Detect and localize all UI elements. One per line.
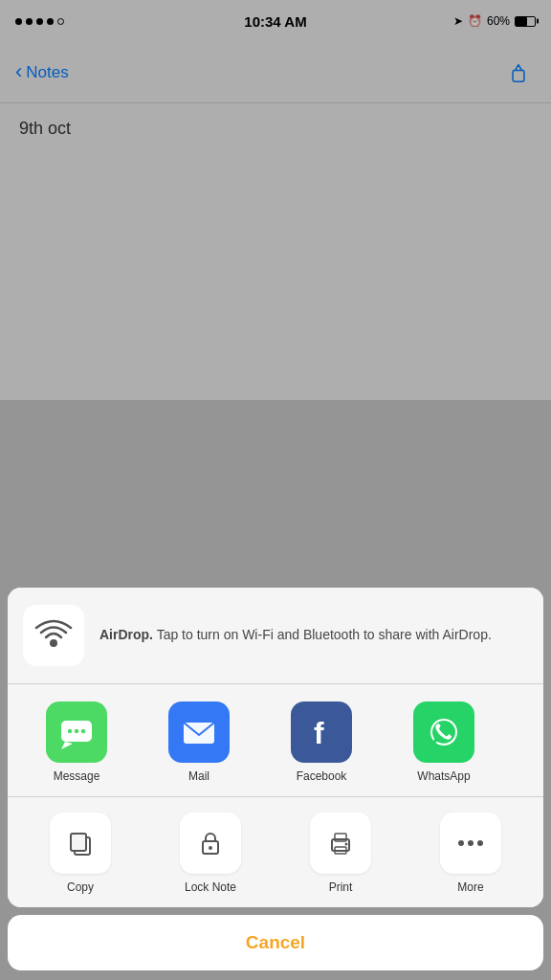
app-item-mail[interactable]: Mail: [138, 702, 260, 783]
action-item-lock-note[interactable]: Lock Note: [145, 813, 276, 894]
message-app-label: Message: [54, 769, 100, 783]
lock-note-label: Lock Note: [185, 880, 236, 894]
action-item-more[interactable]: More: [406, 813, 536, 894]
lock-note-icon-wrapper: [180, 813, 241, 874]
app-item-facebook[interactable]: f Facebook: [260, 702, 383, 783]
whatsapp-app-label: WhatsApp: [417, 769, 470, 783]
airdrop-description: AirDrop. Tap to turn on Wi-Fi and Blueto…: [99, 626, 492, 645]
airdrop-icon: [33, 614, 75, 657]
message-app-icon: [46, 702, 107, 763]
facebook-app-icon: f: [291, 702, 352, 763]
app-item-message[interactable]: Message: [15, 702, 138, 783]
action-item-copy[interactable]: Copy: [15, 813, 145, 894]
svg-point-4: [68, 729, 72, 733]
action-row: Copy Lock Note: [8, 797, 543, 907]
svg-point-13: [209, 846, 212, 850]
svg-point-1: [50, 639, 57, 647]
copy-label: Copy: [67, 880, 94, 894]
mail-app-label: Mail: [188, 769, 209, 783]
copy-icon: [65, 828, 96, 858]
more-dots-icon: [458, 840, 483, 846]
print-icon: [325, 828, 356, 858]
print-label: Print: [329, 880, 353, 894]
airdrop-section[interactable]: AirDrop. Tap to turn on Wi-Fi and Blueto…: [8, 588, 543, 684]
airdrop-body: Tap to turn on Wi-Fi and Bluetooth to sh…: [153, 627, 492, 642]
copy-icon-wrapper: [50, 813, 111, 874]
app-row: Message Mail f Facebook: [8, 684, 543, 797]
cancel-button[interactable]: Cancel: [8, 915, 543, 970]
app-item-whatsapp[interactable]: WhatsApp: [383, 702, 505, 783]
svg-marker-3: [61, 742, 73, 749]
share-main-card: AirDrop. Tap to turn on Wi-Fi and Blueto…: [8, 588, 543, 907]
share-sheet: AirDrop. Tap to turn on Wi-Fi and Blueto…: [0, 580, 551, 980]
print-icon-wrapper: [310, 813, 371, 874]
svg-text:f: f: [314, 716, 324, 750]
svg-point-17: [345, 843, 348, 846]
mail-app-icon: [168, 702, 230, 763]
airdrop-icon-wrapper: [23, 605, 84, 666]
more-label: More: [457, 880, 483, 894]
facebook-app-label: Facebook: [297, 769, 347, 783]
cancel-label: Cancel: [246, 932, 305, 953]
lock-note-icon: [195, 828, 226, 858]
whatsapp-app-icon: [413, 702, 474, 763]
svg-point-6: [81, 729, 85, 733]
svg-rect-11: [71, 834, 86, 851]
more-icon-wrapper: [440, 813, 501, 874]
svg-point-5: [75, 729, 78, 733]
airdrop-title: AirDrop.: [99, 627, 153, 642]
action-item-print[interactable]: Print: [276, 813, 406, 894]
